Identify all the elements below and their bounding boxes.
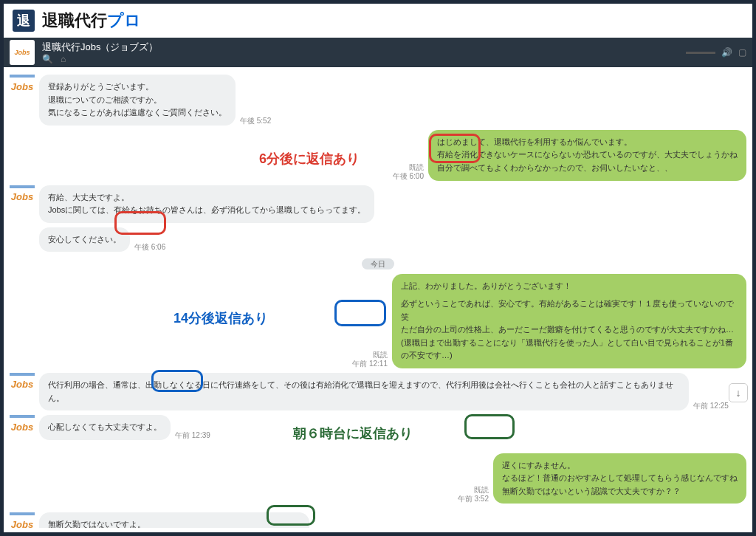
message-time: 午前 12:39: [175, 431, 210, 440]
message-line: 上記、わかりました。ありがとうございます！: [401, 280, 738, 293]
chat-peer-avatar[interactable]: Jobs: [10, 40, 35, 65]
message-line: 有給を消化できないケースにならないか恐れているのですが、大丈夫でしょうかね: [437, 148, 738, 162]
search-icon[interactable]: 🔍: [42, 54, 53, 64]
message-line: Jobsに関しては、有給をお持ちの皆さんは、必ず消化してから退職してもらってます…: [48, 204, 365, 217]
message-line: 自分で調べてもよくわからなかったので、お伺いしたいなと、、: [437, 162, 738, 175]
message-bubble: はじめまして、退職代行を利用するか悩んでいます。 有給を消化できないケースになら…: [428, 130, 746, 181]
message-row: Jobs 有給、大丈夫ですよ。 Jobsに関しては、有給をお持ちの皆さんは、必ず…: [10, 185, 746, 223]
message-line: 無断欠勤ではないという認識で大丈夫ですか？？: [502, 485, 738, 498]
message-line: なるほど！普通のおやすみとして処理してもらう感じなんですね: [502, 472, 738, 485]
sender-avatar: Jobs: [10, 75, 35, 95]
message-bubble: 無断欠勤ではないですよ。 特に有給があれば間違いありません。 なくても、Jobs…: [39, 512, 309, 528]
message-time: 午前 3:52: [458, 495, 489, 504]
chat-body: Jobs 登録ありがとうございます。 退職についてのご相談ですか。 気になること…: [4, 67, 752, 528]
message-bubble: 安心してください。: [39, 227, 130, 252]
brand-logo-mark: 退: [13, 10, 35, 32]
chat-bar-right-controls: 🔊 ▢: [686, 47, 746, 58]
message-time: 午前 12:25: [693, 402, 729, 410]
message-meta: 既読 午後 6:00: [393, 163, 424, 181]
message-row: Jobs 無断欠勤ではないですよ。 特に有給があれば間違いありません。 なくても…: [10, 512, 746, 528]
scroll-down-button[interactable]: ↓: [729, 383, 748, 402]
message-line: ただ自分の上司の性格上、あーだこーだ難癖を付けてくると思うのですが大丈夫ですかね…: [401, 323, 738, 337]
brand-title-part2: プロ: [107, 11, 141, 30]
message-line: 有給、大丈夫ですよ。: [48, 191, 365, 205]
message-line: はじめまして、退職代行を利用するか悩んでいます。: [437, 136, 738, 149]
message-bubble: 登録ありがとうございます。 退職についてのご相談ですか。 気になることがあれば遠…: [39, 75, 236, 126]
message-row: Jobs 登録ありがとうございます。 退職についてのご相談ですか。 気になること…: [10, 75, 746, 126]
sender-avatar: Jobs: [10, 512, 35, 528]
message-line: 遅くにすみません。: [502, 459, 738, 473]
date-separator-label: 今日: [362, 258, 394, 269]
message-meta: 既読 午前 3:52: [458, 486, 489, 504]
message-time: 午後 6:00: [393, 172, 424, 181]
message-line: (退職日まで出勤することになり「退職代行を使った人」として白い目で見られることが…: [401, 337, 738, 363]
chevron-down-icon: ↓: [736, 387, 741, 399]
message-line: 必ずということであれば、安心です。有給があることは確実です！１度も使っていないの…: [401, 298, 738, 323]
read-status: 既読: [393, 163, 424, 172]
message-meta: 既読 午前 12:11: [352, 351, 388, 368]
volume-slider[interactable]: [686, 52, 715, 54]
message-line: 気になることがあれば遠慮なくご質問ください。: [48, 106, 227, 120]
brand-title: 退職代行プロ: [42, 10, 141, 32]
message-bubble: 上記、わかりました。ありがとうございます！ 必ずということであれば、安心です。有…: [392, 274, 746, 368]
message-line: 代行利用の場合、通常は、出勤しなくなる日に代行連絡をして、その後は有給消化で退職…: [48, 379, 680, 405]
message-time: 午前 12:11: [352, 360, 388, 368]
message-row: 安心してください。 午後 6:06: [10, 227, 746, 252]
message-row: Jobs 代行利用の場合、通常は、出勤しなくなる日に代行連絡をして、その後は有給…: [10, 373, 746, 410]
home-icon[interactable]: ⌂: [61, 54, 66, 64]
brand-title-part1: 退職代行: [42, 11, 107, 30]
message-row: Jobs 心配しなくても大丈夫ですよ。 午前 12:39: [10, 415, 746, 440]
message-row: 既読 午前 12:11 上記、わかりました。ありがとうございます！ 必ずというこ…: [10, 274, 746, 368]
message-time: 午後 5:52: [240, 117, 271, 126]
message-row: 既読 午前 3:52 遅くにすみません。 なるほど！普通のおやすみとして処理して…: [10, 453, 746, 504]
message-line: 安心してください。: [48, 233, 121, 247]
read-status: 既読: [352, 351, 388, 360]
date-separator: 今日: [10, 256, 746, 269]
chat-peer-name: 退職代行Jobs（ジョブズ）: [42, 41, 158, 54]
sender-avatar: Jobs: [10, 373, 35, 394]
message-line: 心配しなくても大丈夫ですよ。: [48, 421, 162, 434]
message-bubble: 心配しなくても大丈夫ですよ。: [39, 415, 171, 440]
sender-avatar: Jobs: [10, 415, 35, 436]
popout-icon[interactable]: ▢: [738, 47, 746, 58]
chat-window-bar: Jobs 退職代行Jobs（ジョブズ） 🔍 ⌂ 🔊 ▢: [4, 38, 752, 67]
speaker-icon[interactable]: 🔊: [721, 47, 732, 58]
message-line: 無断欠勤ではないですよ。: [48, 518, 300, 528]
read-status: 既読: [458, 486, 489, 495]
message-line: 退職についてのご相談ですか。: [48, 94, 227, 107]
page-header: 退 退職代行プロ: [4, 4, 752, 38]
message-line: 登録ありがとうございます。: [48, 80, 227, 94]
message-bubble: 遅くにすみません。 なるほど！普通のおやすみとして処理してもらう感じなんですね …: [493, 453, 746, 504]
message-row: 既読 午後 6:00 はじめまして、退職代行を利用するか悩んでいます。 有給を消…: [10, 130, 746, 181]
message-time: 午後 6:06: [134, 243, 165, 252]
message-bubble: 代行利用の場合、通常は、出勤しなくなる日に代行連絡をして、その後は有給消化で退職…: [39, 373, 689, 410]
sender-avatar: Jobs: [10, 185, 35, 206]
message-bubble: 有給、大丈夫ですよ。 Jobsに関しては、有給をお持ちの皆さんは、必ず消化してか…: [39, 185, 374, 223]
